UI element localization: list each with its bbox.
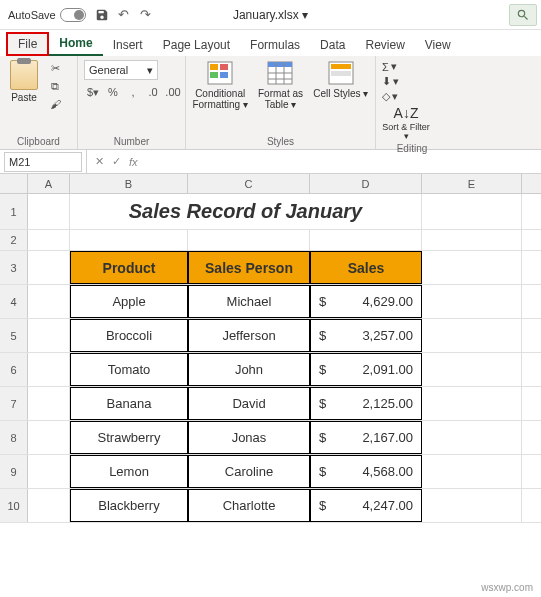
row-header[interactable]: 7 — [0, 387, 28, 420]
fx-icon[interactable]: fx — [129, 156, 138, 168]
autosum-button[interactable]: Σ ▾ — [382, 60, 397, 73]
tab-formulas[interactable]: Formulas — [240, 34, 310, 56]
increase-decimal-button[interactable]: .0 — [144, 84, 162, 100]
cell[interactable] — [422, 353, 522, 386]
cell-person[interactable]: Michael — [188, 285, 310, 318]
cell-person[interactable]: Jefferson — [188, 319, 310, 352]
currency-button[interactable]: $▾ — [84, 84, 102, 100]
cell[interactable] — [28, 421, 70, 454]
cell[interactable] — [422, 319, 522, 352]
cell-sales[interactable]: $4,629.00 — [310, 285, 422, 318]
row-header[interactable]: 2 — [0, 230, 28, 250]
tab-insert[interactable]: Insert — [103, 34, 153, 56]
fill-button[interactable]: ⬇ ▾ — [382, 75, 399, 88]
cell[interactable] — [28, 285, 70, 318]
comma-button[interactable]: , — [124, 84, 142, 100]
cell-person[interactable]: Charlotte — [188, 489, 310, 522]
cell-styles-button[interactable]: Cell Styles ▾ — [313, 60, 369, 99]
cell-product[interactable]: Strawberry — [70, 421, 188, 454]
row-header[interactable]: 6 — [0, 353, 28, 386]
tab-view[interactable]: View — [415, 34, 461, 56]
undo-icon[interactable]: ↶ — [116, 7, 132, 23]
cell-product[interactable]: Apple — [70, 285, 188, 318]
header-person[interactable]: Sales Person — [188, 251, 310, 284]
cell-sales[interactable]: $2,167.00 — [310, 421, 422, 454]
tab-review[interactable]: Review — [355, 34, 414, 56]
title-cell[interactable]: Sales Record of January — [70, 194, 422, 229]
document-title[interactable]: January.xlsx ▾ — [233, 8, 308, 22]
row-header[interactable]: 8 — [0, 421, 28, 454]
redo-icon[interactable]: ↷ — [138, 7, 154, 23]
clear-button[interactable]: ◇ ▾ — [382, 90, 398, 103]
cell[interactable] — [310, 230, 422, 250]
cell[interactable] — [422, 489, 522, 522]
cell[interactable] — [422, 251, 522, 284]
cell[interactable] — [28, 455, 70, 488]
cell-person[interactable]: Jonas — [188, 421, 310, 454]
cell-person[interactable]: Caroline — [188, 455, 310, 488]
tab-page-layout[interactable]: Page Layout — [153, 34, 240, 56]
cell[interactable] — [422, 421, 522, 454]
col-header-c[interactable]: C — [188, 174, 310, 193]
cell-product[interactable]: Tomato — [70, 353, 188, 386]
row-header[interactable]: 10 — [0, 489, 28, 522]
cell[interactable] — [28, 319, 70, 352]
tab-file[interactable]: File — [6, 32, 49, 56]
row-header[interactable]: 9 — [0, 455, 28, 488]
header-sales[interactable]: Sales — [310, 251, 422, 284]
cell[interactable] — [188, 230, 310, 250]
cell-sales[interactable]: $2,091.00 — [310, 353, 422, 386]
sort-filter-button[interactable]: A↓Z Sort & Filter ▾ — [382, 105, 430, 141]
cell[interactable] — [422, 194, 522, 229]
cell[interactable] — [422, 387, 522, 420]
cell-person[interactable]: John — [188, 353, 310, 386]
cell[interactable] — [28, 230, 70, 250]
name-box[interactable]: M21 — [4, 152, 82, 172]
paste-button[interactable]: Paste — [6, 60, 42, 103]
cell-sales[interactable]: $4,568.00 — [310, 455, 422, 488]
cell-product[interactable]: Blackberry — [70, 489, 188, 522]
header-product[interactable]: Product — [70, 251, 188, 284]
percent-button[interactable]: % — [104, 84, 122, 100]
cell[interactable] — [28, 489, 70, 522]
cell-product[interactable]: Lemon — [70, 455, 188, 488]
row-header[interactable]: 3 — [0, 251, 28, 284]
cell[interactable] — [28, 194, 70, 229]
autosave-toggle[interactable]: AutoSave — [8, 8, 86, 22]
cell-sales[interactable]: $3,257.00 — [310, 319, 422, 352]
col-header-b[interactable]: B — [70, 174, 188, 193]
col-header-e[interactable]: E — [422, 174, 522, 193]
cell-person[interactable]: David — [188, 387, 310, 420]
tab-home[interactable]: Home — [49, 32, 102, 56]
cell-sales[interactable]: $2,125.00 — [310, 387, 422, 420]
cell[interactable] — [28, 387, 70, 420]
format-as-table-button[interactable]: Format as Table ▾ — [252, 60, 308, 110]
cell-product[interactable]: Banana — [70, 387, 188, 420]
save-icon[interactable] — [94, 7, 110, 23]
cell[interactable] — [28, 251, 70, 284]
enter-icon[interactable]: ✓ — [112, 155, 121, 168]
row-header[interactable]: 1 — [0, 194, 28, 229]
cell[interactable] — [422, 455, 522, 488]
search-button[interactable] — [509, 4, 537, 26]
copy-button[interactable]: ⧉ — [46, 78, 64, 94]
cell[interactable] — [28, 353, 70, 386]
col-header-d[interactable]: D — [310, 174, 422, 193]
cell[interactable] — [70, 230, 188, 250]
format-painter-button[interactable]: 🖌 — [46, 96, 64, 112]
cut-button[interactable]: ✂ — [46, 60, 64, 76]
col-header-a[interactable]: A — [28, 174, 70, 193]
cancel-icon[interactable]: ✕ — [95, 155, 104, 168]
cell[interactable] — [422, 230, 522, 250]
cell-product[interactable]: Broccoli — [70, 319, 188, 352]
row-header[interactable]: 4 — [0, 285, 28, 318]
tab-data[interactable]: Data — [310, 34, 355, 56]
cell-sales[interactable]: $4,247.00 — [310, 489, 422, 522]
conditional-formatting-button[interactable]: Conditional Formatting ▾ — [192, 60, 248, 110]
cell[interactable] — [422, 285, 522, 318]
select-all-corner[interactable] — [0, 174, 28, 193]
number-format-dropdown[interactable]: General ▾ — [84, 60, 158, 80]
row-header[interactable]: 5 — [0, 319, 28, 352]
decrease-decimal-button[interactable]: .00 — [164, 84, 182, 100]
worksheet-grid[interactable]: A B C D E 1 Sales Record of January 2 3 … — [0, 174, 541, 523]
